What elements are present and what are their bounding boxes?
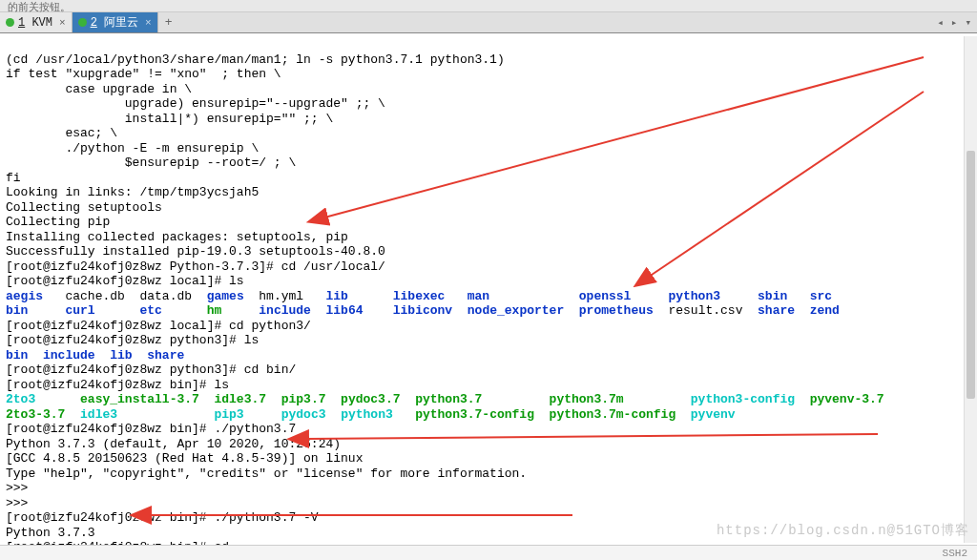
term-line: [root@izfu24kofj0z8wz bin]# ls bbox=[6, 378, 229, 392]
term-line: Python 3.7.3 (default, Apr 10 2020, 10:2… bbox=[6, 437, 341, 451]
tabs-next-icon[interactable]: ▸ bbox=[951, 16, 958, 29]
term-line: install|*) ensurepip="" ;; \ bbox=[6, 112, 333, 126]
tab-label: 2 阿里云 bbox=[91, 14, 138, 31]
term-line: esac; \ bbox=[6, 126, 117, 140]
tab-bar-right: ◂ ▸ ▾ bbox=[937, 12, 977, 32]
status-ssh: SSH2 bbox=[943, 548, 967, 559]
close-icon[interactable]: × bbox=[145, 17, 152, 29]
titlebar-fragment: 的前关按钮。 bbox=[0, 0, 977, 12]
tab-aliyun[interactable]: 2 阿里云 × bbox=[73, 12, 158, 32]
term-line: [root@izfu24kofj0z8wz Python-3.7.3]# cd … bbox=[6, 259, 385, 274]
term-line: Collecting pip bbox=[6, 215, 110, 229]
term-line: Successfully installed pip-19.0.3 setupt… bbox=[6, 244, 385, 259]
term-line: upgrade) ensurepip="--upgrade" ;; \ bbox=[6, 96, 385, 111]
scroll-thumb[interactable] bbox=[967, 151, 975, 399]
term-line: [root@izfu24kofj0z8wz local]# ls bbox=[6, 274, 244, 288]
term-line: Looking in links: /tmp/tmp3ycsjah5 bbox=[6, 185, 259, 199]
status-dot-icon bbox=[78, 18, 87, 27]
tab-kvm[interactable]: 1 KVM × bbox=[0, 12, 73, 32]
term-line: fi bbox=[6, 171, 21, 185]
ls-row: 2to3 easy_install-3.7 idle3.7 pip3.7 pyd… bbox=[6, 392, 884, 406]
status-dot-icon bbox=[6, 18, 14, 27]
tabs-menu-icon[interactable]: ▾ bbox=[965, 16, 971, 29]
tab-bar: 1 KVM × 2 阿里云 × + ◂ ▸ ▾ bbox=[0, 12, 977, 33]
term-line: Collecting setuptools bbox=[6, 200, 162, 215]
ls-row: bin curl etc hm include lib64 libiconv n… bbox=[6, 303, 840, 318]
tab-label: 1 KVM bbox=[18, 16, 52, 30]
ls-row: aegis cache.db data.db games hm.yml lib … bbox=[6, 289, 832, 303]
status-bar: SSH2 bbox=[0, 545, 977, 560]
term-line: [root@izfu24kofj0z8wz local]# cd python3… bbox=[6, 319, 311, 333]
term-line: Python 3.7.3 bbox=[6, 526, 95, 540]
term-line: [root@izfu24kofj0z8wz bin]# ./python3.7 … bbox=[6, 510, 319, 525]
terminal-output[interactable]: (cd /usr/local/python3/share/man/man1; l… bbox=[0, 33, 977, 552]
tabs-prev-icon[interactable]: ◂ bbox=[937, 16, 944, 29]
term-line: >>> bbox=[6, 481, 28, 495]
new-tab-button[interactable]: + bbox=[158, 12, 179, 32]
term-line: [root@izfu24kofj0z8wz python3]# ls bbox=[6, 333, 259, 347]
term-line: (cd /usr/local/python3/share/man/man1; l… bbox=[6, 52, 505, 67]
term-line: [GCC 4.8.5 20150623 (Red Hat 4.8.5-39)] … bbox=[6, 451, 363, 466]
term-line: Installing collected packages: setuptool… bbox=[6, 230, 348, 244]
term-line: >>> bbox=[6, 496, 28, 510]
term-line: case upgrade in \ bbox=[6, 82, 192, 96]
ls-row: 2to3-3.7 idle3 pip3 pydoc3 python3 pytho… bbox=[6, 407, 736, 422]
term-line: ./python -E -m ensurepip \ bbox=[6, 141, 259, 156]
term-line: $ensurepip --root=/ ; \ bbox=[6, 156, 296, 170]
ls-row: bin include lib share bbox=[6, 348, 184, 363]
term-line: Type "help", "copyright", "credits" or "… bbox=[6, 467, 527, 481]
vertical-scrollbar[interactable] bbox=[964, 36, 977, 543]
term-line: [root@izfu24kofj0z8wz python3]# cd bin/ bbox=[6, 363, 296, 377]
close-icon[interactable]: × bbox=[59, 17, 66, 29]
term-line: [root@izfu24kofj0z8wz bin]# ./python3.7 bbox=[6, 422, 296, 436]
term-line: if test "xupgrade" != "xno" ; then \ bbox=[6, 67, 281, 81]
